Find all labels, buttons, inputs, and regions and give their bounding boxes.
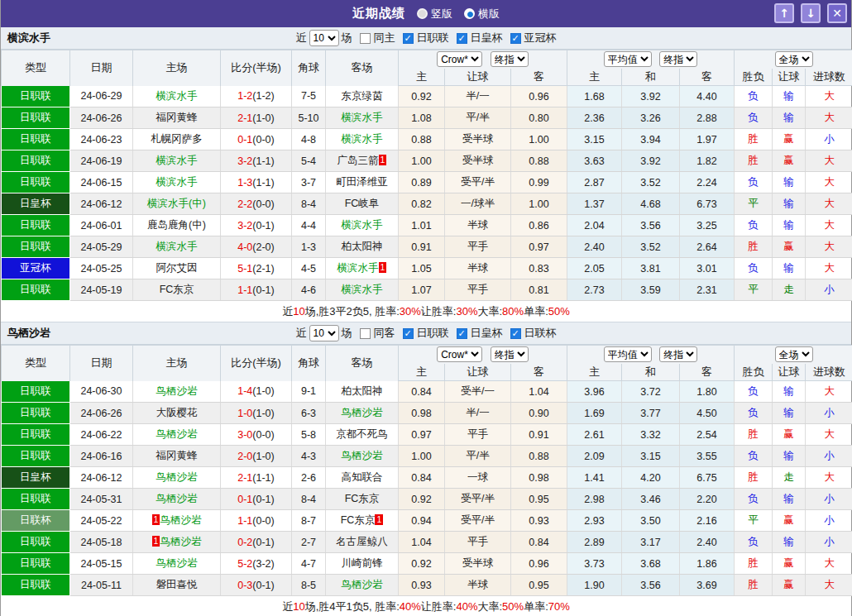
competition-checkbox-jleague[interactable] <box>403 33 414 44</box>
close-button[interactable]: ✕ <box>827 3 847 23</box>
section-filter: 近 10 场 同主 日职联 日皇杯 亚冠杯 <box>296 30 557 46</box>
team-name-title: 横滨水手 <box>7 31 50 45</box>
result-cell: 负 <box>735 489 773 510</box>
match-date: 24-06-01 <box>70 215 133 236</box>
match-count-select[interactable]: 10 <box>309 325 339 341</box>
move-down-button[interactable]: ↓ <box>801 3 821 23</box>
radio-horizontal-layout[interactable]: 横版 <box>464 7 500 21</box>
competition-checkbox-acl[interactable] <box>510 33 521 44</box>
rank-badge: 1 <box>379 155 387 165</box>
scope-select[interactable]: 全场 <box>775 346 813 362</box>
match-date: 24-06-16 <box>70 446 133 467</box>
result-cell: 胜 <box>735 467 773 489</box>
corner-count: 5-8 <box>292 424 326 446</box>
result-cell: 胜 <box>735 424 773 446</box>
odds-away: 0.84 <box>511 532 567 553</box>
summary-segment: 场,胜4平1负5, 胜率: <box>305 599 400 614</box>
away-team-cell: 广岛三箭1 <box>326 150 399 172</box>
league-badge: 日职联 <box>2 532 70 553</box>
bookmaker-select[interactable]: Crow* <box>437 51 482 67</box>
final-odds-select-2[interactable]: 终指 <box>659 51 697 67</box>
home-team-name: 鸟栖沙岩 <box>156 428 198 440</box>
section-summary-yokohama: 近10场,胜3平2负5, 胜率:30% 让胜率:30% 大率:80% 单率:50… <box>1 301 851 322</box>
odds-away: 1.00 <box>511 193 567 215</box>
final-odds-select-1[interactable]: 终指 <box>491 346 529 362</box>
competition-checkbox-emperors-cup[interactable] <box>457 33 467 44</box>
col-header-avg-draw: 和 <box>622 69 680 86</box>
goals-result-cell: 大 <box>806 150 852 172</box>
col-header-avg-away: 客 <box>680 69 735 86</box>
games-label: 场 <box>342 31 352 45</box>
avg-draw-odds: 4.68 <box>622 193 680 215</box>
competition-label: 亚冠杯 <box>524 31 557 45</box>
title-bar: 近期战绩 竖版 横版 ↑ ↓ ✕ <box>1 0 851 27</box>
avg-away-odds: 3.69 <box>680 575 735 596</box>
handicap-result-cell: 赢 <box>773 129 806 150</box>
away-team-cell: 川崎前锋 <box>326 553 399 575</box>
half-time-score: (1-0) <box>252 408 274 419</box>
league-badge: 亚冠杯 <box>2 258 70 279</box>
result-cell: 负 <box>735 403 773 424</box>
same-venue-checkbox[interactable] <box>360 33 371 44</box>
half-time-score: (3-2) <box>252 558 274 570</box>
radio-vertical-layout[interactable]: 竖版 <box>417 7 452 21</box>
move-up-button[interactable]: ↑ <box>774 3 794 23</box>
home-team-cell: 鸟栖沙岩 <box>133 424 221 446</box>
home-team-name: 阿尔艾因 <box>156 262 198 274</box>
summary-segment: 让胜率: <box>421 599 457 614</box>
final-odds-select-2[interactable]: 终指 <box>659 346 697 362</box>
table-row: 日职联24-06-23札幌冈萨多0-1(0-0)4-8横滨水手0.88受半球1.… <box>2 129 852 150</box>
full-time-score: 1-1 <box>237 284 252 296</box>
away-team-name: 横滨水手 <box>342 133 383 145</box>
avg-home-odds: 2.40 <box>567 236 622 258</box>
away-team-name: 广岛三箭 <box>337 155 379 166</box>
goals-result-cell: 大 <box>806 86 852 107</box>
home-team-cell: 1鸟栖沙岩 <box>133 532 221 553</box>
final-odds-select-1[interactable]: 终指 <box>491 51 529 67</box>
col-header-avg-home: 主 <box>567 364 622 381</box>
scope-select[interactable]: 全场 <box>775 51 813 67</box>
score-cell: 2-0(1-0) <box>221 446 292 467</box>
handicap-result-cell: 走 <box>773 279 806 301</box>
odds-away: 0.95 <box>511 489 567 510</box>
corner-count: 5-4 <box>292 150 326 172</box>
competition-checkbox-emperors-cup[interactable] <box>457 328 467 339</box>
away-team-name: FC东京 <box>345 493 380 504</box>
odds-away: 0.80 <box>511 107 567 129</box>
full-time-score: 0-1 <box>237 134 252 146</box>
odds-home: 1.01 <box>399 215 445 236</box>
full-time-score: 3-0 <box>237 429 252 441</box>
radio-unselected-icon[interactable] <box>417 8 428 19</box>
away-team-cell: 柏太阳神 <box>326 236 399 258</box>
col-header-odds-away: 客 <box>511 364 567 381</box>
home-team-name: 磐田喜悦 <box>156 579 198 590</box>
same-venue-checkbox[interactable] <box>360 328 371 339</box>
odds-home: 0.98 <box>399 403 445 424</box>
handicap-result-cell: 输 <box>773 193 806 215</box>
home-team-name: 横滨水手 <box>156 241 198 252</box>
score-cell: 1-4(1-0) <box>221 381 292 403</box>
col-header-type: 类型 <box>2 346 70 381</box>
competition-checkbox-league-cup[interactable] <box>510 328 521 339</box>
corner-count: 4-6 <box>292 279 326 301</box>
col-header-handicap: 让球 <box>445 69 511 86</box>
goals-result-cell: 大 <box>806 172 852 193</box>
average-select[interactable]: 平均值 <box>604 346 652 362</box>
full-time-score: 2-1 <box>237 112 252 124</box>
avg-draw-odds: 3.59 <box>622 279 680 301</box>
avg-draw-odds: 3.46 <box>622 489 680 510</box>
home-team-cell: 福冈黄蜂 <box>133 107 221 129</box>
score-cell: 2-2(0-0) <box>221 193 292 215</box>
bookmaker-select[interactable]: Crow* <box>437 346 482 362</box>
half-time-score: (1-1) <box>252 177 274 189</box>
result-cell: 平 <box>735 279 773 301</box>
competition-checkbox-jleague[interactable] <box>403 328 414 339</box>
avg-draw-odds: 3.77 <box>622 403 680 424</box>
competition-label: 日联杯 <box>524 326 557 341</box>
radio-selected-icon[interactable] <box>464 8 475 19</box>
average-select[interactable]: 平均值 <box>604 51 652 67</box>
handicap-result-cell: 输 <box>773 489 806 510</box>
match-count-select[interactable]: 10 <box>309 30 339 46</box>
match-date: 24-06-12 <box>70 193 133 215</box>
summary-segment: 70% <box>548 600 570 613</box>
